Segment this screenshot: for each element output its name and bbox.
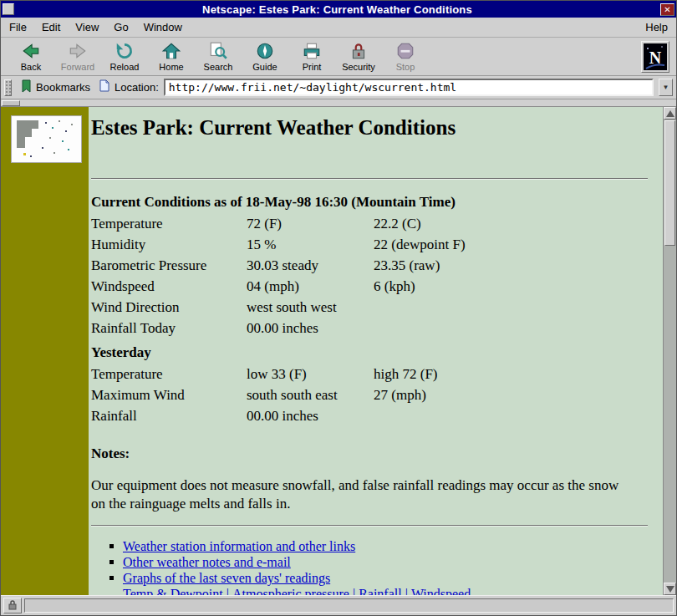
sublink-separator: | <box>405 587 408 595</box>
statusbar <box>1 595 676 615</box>
graph-sublinks-row: Temp & Dewpoint|Atmospheric pressure|Rai… <box>91 586 648 595</box>
reload-icon <box>115 41 135 61</box>
search-label: Search <box>204 62 233 72</box>
current-conditions-table: Temperature 72 (F) 22.2 (C) Humidity 15 … <box>91 213 574 339</box>
notes-paragraph: Our equipment does not measure snowfall,… <box>91 476 636 513</box>
netscape-n-icon: N <box>644 43 667 70</box>
link-windspeed[interactable]: Windspeed <box>411 587 471 595</box>
table-row: Temperature low 33 (F) high 72 (F) <box>91 364 574 384</box>
print-label: Print <box>303 62 322 72</box>
print-button[interactable]: Print <box>288 39 335 74</box>
scrollbar-thumb[interactable] <box>664 120 675 246</box>
menu-help[interactable]: Help <box>645 21 668 33</box>
forward-button[interactable]: Forward <box>54 39 101 74</box>
table-row: Humidity 15 % 22 (dewpoint F) <box>91 234 574 255</box>
row-value-1: 04 (mph) <box>247 276 374 297</box>
row-value-2 <box>374 318 574 339</box>
horizontal-rule <box>91 178 648 180</box>
link-graphs-seven-days[interactable]: Graphs of the last seven days' readings <box>123 571 330 585</box>
list-item: Graphs of the last seven days' readings <box>91 570 648 586</box>
link-rainfall[interactable]: Rainfall <box>359 587 402 595</box>
bookmarks-button[interactable]: Bookmarks <box>17 79 94 97</box>
scrollbar-track[interactable] <box>664 247 676 583</box>
toolbar-collapse-tab[interactable] <box>2 100 20 106</box>
location-dropdown-button[interactable]: ▼ <box>659 79 673 96</box>
link-atmospheric-pressure[interactable]: Atmospheric pressure <box>232 587 349 595</box>
row-value-2 <box>374 297 574 318</box>
table-row: Maximum Wind south south east 27 (mph) <box>91 384 574 405</box>
scroll-down-button[interactable] <box>664 583 676 595</box>
menu-view[interactable]: View <box>75 21 99 33</box>
row-value-1: 30.03 steady <box>247 255 374 276</box>
close-button[interactable]: ✕ <box>660 3 674 16</box>
row-label: Barometric Pressure <box>91 255 247 276</box>
close-icon: ✕ <box>664 5 670 14</box>
window-menu-button[interactable] <box>3 3 14 15</box>
security-icon <box>349 41 369 61</box>
security-status-button[interactable] <box>3 598 22 613</box>
back-label: Back <box>21 62 41 72</box>
security-label: Security <box>342 62 375 72</box>
row-label: Maximum Wind <box>91 384 247 405</box>
stop-icon <box>395 41 415 61</box>
menu-edit[interactable]: Edit <box>42 21 60 33</box>
menu-go[interactable]: Go <box>114 21 128 33</box>
menubar: File Edit View Go Window Help <box>1 18 676 38</box>
yesterday-table: Temperature low 33 (F) high 72 (F) Maxim… <box>91 364 574 426</box>
row-value-2: 22.2 (C) <box>374 213 574 234</box>
row-value-2: 22 (dewpoint F) <box>374 234 574 255</box>
guide-button[interactable]: Guide <box>242 39 288 74</box>
table-row: Temperature 72 (F) 22.2 (C) <box>91 213 574 234</box>
home-button[interactable]: Home <box>148 39 195 74</box>
location-input[interactable] <box>164 79 654 96</box>
menu-window[interactable]: Window <box>144 21 182 33</box>
current-conditions-heading: Current Conditions as of 18-May-98 16:30… <box>91 193 648 211</box>
links-list: Weather station information and other li… <box>91 538 648 586</box>
sublink-separator: | <box>227 587 229 595</box>
reload-label: Reload <box>110 62 140 72</box>
menu-file[interactable]: File <box>9 21 27 33</box>
up-arrow-icon <box>666 110 674 117</box>
stop-button[interactable]: Stop <box>382 39 429 74</box>
search-icon <box>208 41 228 61</box>
reload-button[interactable]: Reload <box>101 39 148 74</box>
security-button[interactable]: Security <box>335 39 382 74</box>
table-row: Wind Direction west south west <box>91 297 574 318</box>
yesterday-heading: Yesterday <box>91 344 648 362</box>
search-button[interactable]: Search <box>195 39 242 74</box>
row-value-2: 23.35 (raw) <box>374 255 574 276</box>
titlebar: Netscape: Estes Park: Current Weather Co… <box>1 1 676 18</box>
scroll-up-button[interactable] <box>664 107 676 120</box>
row-value-1: 15 % <box>247 234 374 255</box>
sublink-separator: | <box>353 587 355 595</box>
netscape-window: Netscape: Estes Park: Current Weather Co… <box>0 0 677 616</box>
list-item: Weather station information and other li… <box>91 538 648 554</box>
link-temp-dewpoint[interactable]: Temp & Dewpoint <box>123 587 223 595</box>
table-row: Rainfall Today 00.00 inches <box>91 318 574 339</box>
browser-content: Estes Park: Current Weather Conditions C… <box>1 107 676 595</box>
page-main: Estes Park: Current Weather Conditions C… <box>89 107 663 595</box>
vertical-scrollbar[interactable] <box>663 107 676 595</box>
home-icon <box>161 41 181 61</box>
toolbar-grip[interactable] <box>4 79 12 96</box>
row-value-1: 72 (F) <box>247 213 374 234</box>
chevron-down-icon: ▼ <box>663 84 669 91</box>
row-value-2: 27 (mph) <box>374 384 574 405</box>
site-logo-image <box>11 115 82 163</box>
row-value-1: low 33 (F) <box>247 364 374 384</box>
link-weather-station-info[interactable]: Weather station information and other li… <box>123 539 355 553</box>
bookmark-icon <box>21 79 32 95</box>
print-icon <box>302 41 322 61</box>
netscape-logo-button[interactable]: N <box>641 41 669 73</box>
page-proxy-icon[interactable] <box>99 79 109 95</box>
web-page: Estes Park: Current Weather Conditions C… <box>1 107 663 595</box>
svg-text:N: N <box>649 48 662 67</box>
back-icon <box>21 41 41 61</box>
row-label: Temperature <box>91 213 247 234</box>
link-other-weather-notes[interactable]: Other weather notes and e-mail <box>123 555 291 569</box>
row-label: Rainfall <box>91 405 247 426</box>
list-item: Other weather notes and e-mail <box>91 554 648 570</box>
row-value-1: west south west <box>247 297 374 318</box>
toolbar-tab-strip <box>1 99 676 107</box>
back-button[interactable]: Back <box>8 39 54 74</box>
